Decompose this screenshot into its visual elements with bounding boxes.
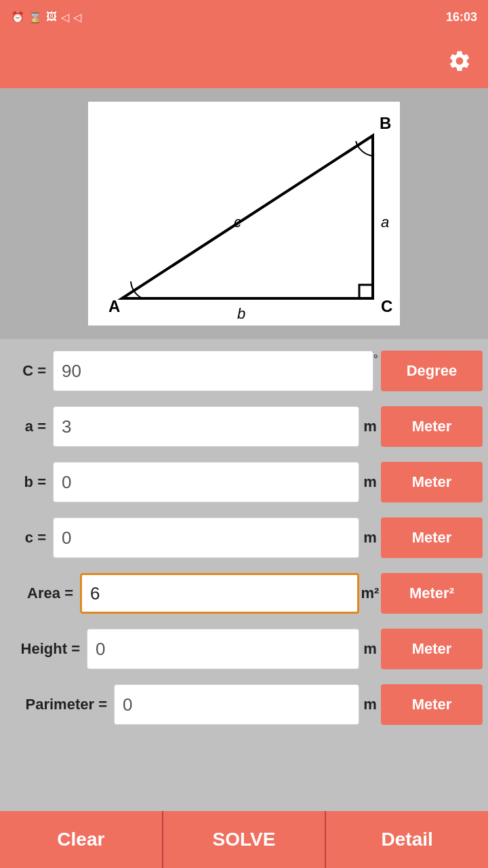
a-side-input[interactable] [53, 406, 359, 447]
height-unit-button[interactable]: Meter [381, 629, 483, 669]
b-side-input[interactable] [53, 462, 359, 502]
header [0, 34, 488, 88]
status-icons: ⏰ ⌛ 🖼 ◁ ◁ [11, 11, 81, 24]
settings-button[interactable] [445, 46, 474, 76]
hourglass-icon: ⌛ [28, 11, 42, 24]
height-row: Height = m Meter [0, 624, 488, 674]
degree-symbol: ° [373, 353, 378, 367]
height-label: Height = [5, 640, 87, 658]
c-unit-button[interactable]: Meter [381, 517, 483, 558]
area-row: Area = m² Meter² [0, 568, 488, 618]
parimeter-unit-symbol: m [359, 696, 381, 713]
photo-icon: 🖼 [46, 11, 57, 23]
a-unit-button[interactable]: Meter [381, 406, 483, 447]
height-input[interactable] [87, 629, 359, 669]
parimeter-input[interactable] [114, 684, 359, 725]
parimeter-unit-button[interactable]: Meter [381, 684, 483, 725]
area-unit-button[interactable]: Meter² [381, 573, 483, 614]
solve-button[interactable]: SOLVE [163, 811, 327, 868]
status-time: 16:03 [446, 10, 477, 24]
triangle-diagram: A B C c a b [88, 102, 400, 326]
svg-rect-1 [359, 285, 373, 298]
c-unit-symbol: m [359, 529, 381, 547]
svg-text:a: a [381, 214, 389, 231]
area-label: Area = [5, 585, 80, 602]
svg-text:c: c [234, 214, 241, 231]
a-side-row: a = m Meter [0, 401, 488, 452]
height-unit-symbol: m [359, 640, 381, 658]
svg-text:C: C [381, 297, 392, 315]
svg-marker-0 [122, 136, 373, 298]
nav-icon: ◁ [61, 11, 69, 24]
b-unit-button[interactable]: Meter [381, 462, 483, 502]
svg-text:A: A [108, 297, 120, 315]
clear-button[interactable]: Clear [0, 811, 163, 868]
diagram-area: A B C c a b [0, 88, 488, 339]
c-angle-row: C = ° Degree [0, 346, 488, 396]
b-side-label: b = [5, 473, 53, 491]
b-side-row: b = m Meter [0, 457, 488, 507]
c-angle-label: C = [5, 362, 53, 380]
nav2-icon: ◁ [73, 11, 81, 24]
a-unit-symbol: m [359, 418, 381, 435]
alarm-icon: ⏰ [11, 11, 24, 24]
c-side-label: c = [5, 529, 53, 547]
parimeter-row: Parimeter = m Meter [0, 679, 488, 730]
area-unit-symbol: m² [359, 585, 381, 602]
svg-text:b: b [237, 305, 245, 322]
form-area: C = ° Degree a = m Meter b = m Meter c =… [0, 339, 488, 730]
area-input[interactable] [80, 573, 359, 614]
a-side-label: a = [5, 418, 53, 435]
c-side-row: c = m Meter [0, 513, 488, 563]
c-angle-input[interactable] [53, 351, 373, 391]
svg-text:B: B [380, 114, 391, 132]
detail-button[interactable]: Detail [326, 811, 488, 868]
parimeter-label: Parimeter = [5, 696, 114, 713]
triangle-svg: A B C c a b [88, 102, 400, 326]
gear-icon [447, 49, 472, 73]
status-bar: ⏰ ⌛ 🖼 ◁ ◁ 16:03 [0, 0, 488, 34]
bottom-buttons: Clear SOLVE Detail [0, 811, 488, 868]
c-side-input[interactable] [53, 517, 359, 558]
b-unit-symbol: m [359, 473, 381, 491]
c-angle-unit-button[interactable]: Degree [381, 351, 483, 391]
